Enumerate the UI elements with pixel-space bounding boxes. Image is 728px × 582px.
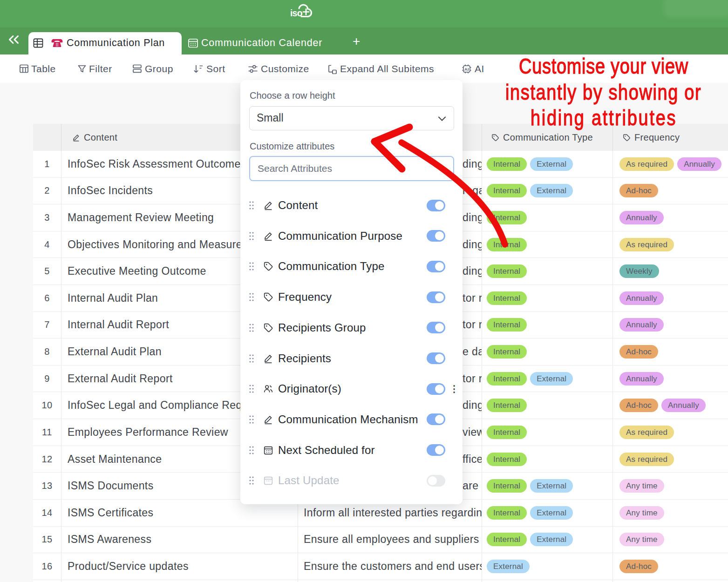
svg-text:iso: iso (290, 8, 303, 18)
svg-text:AI: AI (464, 67, 469, 71)
